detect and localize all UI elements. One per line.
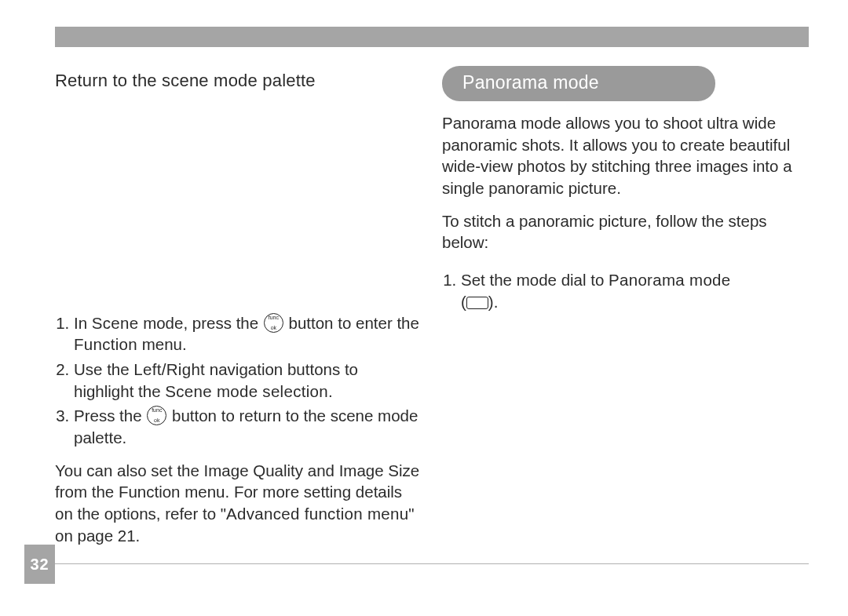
panorama-icon <box>466 297 488 309</box>
func-ok-icon <box>147 406 166 425</box>
left-step-1: In Scene mode, press the button to enter… <box>74 312 422 355</box>
panorama-intro: Panorama mode allows you to shoot ultra … <box>442 112 809 199</box>
footer-rule <box>55 563 809 564</box>
scene-label: Scene <box>92 314 139 332</box>
text: menu. <box>137 335 187 353</box>
right-step-1: Set the mode dial to Panorama mode (). <box>461 269 809 312</box>
text: ( <box>461 293 466 311</box>
left-column: Return to the scene mode palette In Scen… <box>55 61 422 546</box>
text: Set the mode dial to <box>461 271 609 289</box>
text: Use the <box>74 360 133 378</box>
scene-mode-selection-label: Scene mode selection <box>165 382 328 400</box>
text: mode, press the <box>138 314 262 332</box>
panorama-mode-label: Panorama mode <box>609 271 730 289</box>
left-steps: In Scene mode, press the button to enter… <box>55 312 422 449</box>
image-placeholder <box>55 93 422 297</box>
right-steps: Set the mode dial to Panorama mode (). <box>442 269 809 312</box>
text: Press the <box>74 406 146 425</box>
advanced-function-menu-label: Advanced function menu <box>226 505 408 523</box>
left-step-3: Press the button to return to the scene … <box>74 405 422 448</box>
left-heading: Return to the scene mode palette <box>55 69 422 93</box>
text: button to enter the <box>284 314 419 332</box>
page-number: 32 <box>30 556 49 574</box>
text: In <box>74 314 92 332</box>
func-ok-icon <box>264 313 283 333</box>
text: ). <box>488 293 499 311</box>
text: . <box>328 382 333 400</box>
panorama-instructions: To stitch a panoramic picture, follow th… <box>442 210 809 253</box>
left-right-label: Left/Right <box>133 360 205 378</box>
left-step-2: Use the Left/Right navigation buttons to… <box>74 359 422 402</box>
left-note: You can also set the Image Quality and I… <box>55 460 422 547</box>
top-bar <box>55 27 809 47</box>
page-content: Return to the scene mode palette In Scen… <box>55 61 809 546</box>
right-column: Panorama mode Panorama mode allows you t… <box>442 61 809 546</box>
page-number-tab: 32 <box>24 545 55 584</box>
section-pill-panorama: Panorama mode <box>442 66 715 101</box>
function-label: Function <box>74 335 137 353</box>
